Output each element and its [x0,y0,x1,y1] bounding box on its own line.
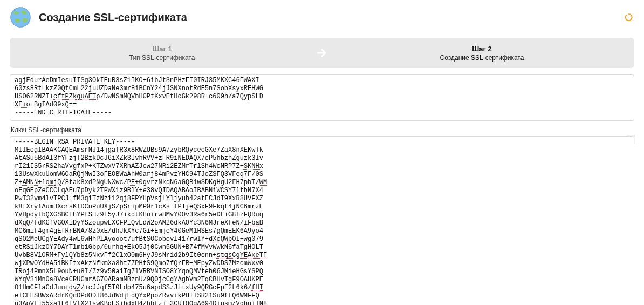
wizard-step-1[interactable]: Шаг 1 Тип SSL-сертификата [10,38,314,68]
key-text: -----BEGIN RSA PRIVATE KEY----- MIIEogIB… [15,138,629,305]
wizard-step-2: Шаг 2 Создание SSL-сертификата [330,38,634,68]
certificate-textarea[interactable]: agjEdurAeDmIesuIISg3OkIEuR3sZ1IKO+6ibJt3… [10,74,634,121]
page-header: Создание SSL-сертификата [0,0,644,38]
key-label: Ключ SSL-сертификата [11,126,634,134]
wizard-step-2-sub: Создание SSL-сертификата [440,54,524,62]
content-area: agjEdurAeDmIesuIISg3OkIEuR3sZ1IKO+6ibJt3… [0,74,644,305]
wizard-step-1-sub: Тип SSL-сертификата [129,54,195,62]
page-title: Создание SSL-сертификата [39,11,187,24]
globe-icon [10,6,31,28]
wizard-steps: Шаг 1 Тип SSL-сертификата Шаг 2 Создание… [10,38,634,68]
refresh-icon[interactable] [625,13,633,22]
wizard-arrow-icon [314,38,330,68]
wizard-step-2-title: Шаг 2 [472,45,492,53]
key-field-wrapper: ? -----BEGIN RSA PRIVATE KEY----- MIIEog… [10,136,634,305]
key-textarea[interactable]: -----BEGIN RSA PRIVATE KEY----- MIIEogIB… [10,136,634,305]
certificate-text: agjEdurAeDmIesuIISg3OkIEuR3sZ1IKO+6ibJt3… [15,77,629,117]
wizard-step-1-title: Шаг 1 [152,45,172,53]
